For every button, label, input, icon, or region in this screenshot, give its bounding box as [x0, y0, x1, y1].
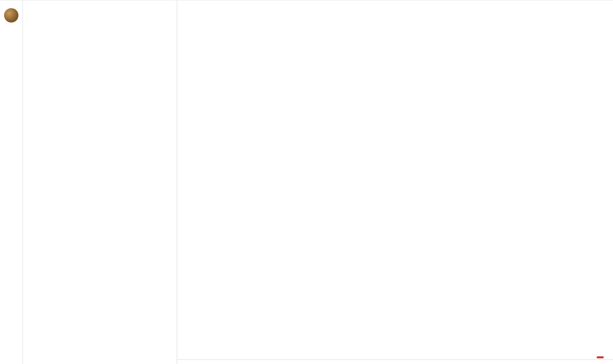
app-window	[0, 0, 613, 364]
phpcn-logo-badge	[597, 356, 604, 358]
code-editor[interactable]	[177, 21, 613, 364]
editor-bottom-divider	[177, 359, 613, 360]
user-avatar[interactable]	[4, 8, 18, 23]
phpcn-watermark	[597, 356, 606, 358]
file-tree	[23, 24, 177, 26]
activity-bar	[0, 1, 23, 364]
editor-area	[177, 1, 613, 364]
explorer-header	[23, 1, 177, 24]
file-explorer	[23, 1, 177, 364]
tab-bar	[177, 1, 613, 21]
